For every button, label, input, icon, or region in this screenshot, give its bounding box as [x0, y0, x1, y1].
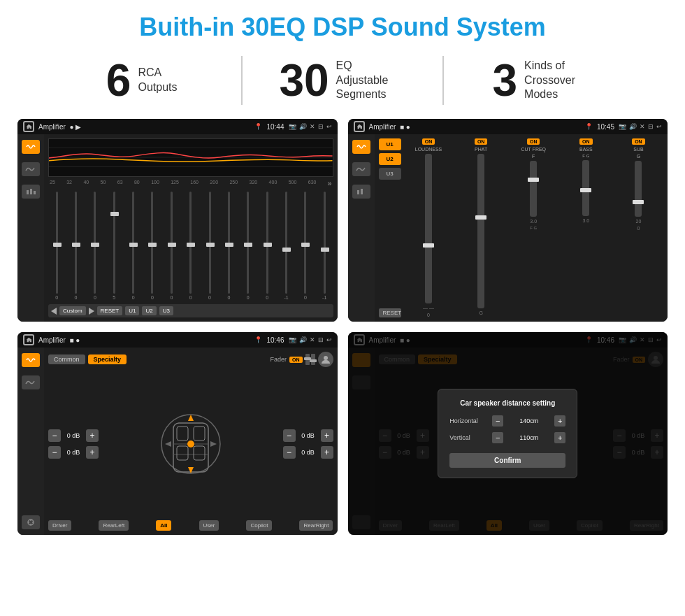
amp2-reset-btn[interactable]: RESET: [379, 308, 401, 317]
stat-item-crossover: 3 Kinds ofCrossover Modes: [444, 58, 643, 103]
amp2-channels: ON LOUDNESS — — 0 ON PHAT: [404, 138, 664, 317]
modal-horizontal-minus[interactable]: −: [492, 415, 503, 427]
amp2-side-icon-3[interactable]: [352, 185, 370, 199]
amp2-phat-slider[interactable]: [477, 154, 484, 308]
home-icon[interactable]: [23, 121, 34, 132]
svg-rect-8: [361, 189, 363, 194]
eq-slider-1[interactable]: 0: [67, 192, 84, 300]
fader-user-btn[interactable]: User: [199, 520, 219, 531]
fader-side-panel: [17, 348, 44, 535]
amp2-u2-preset[interactable]: U2: [379, 153, 401, 165]
fader-status-bar: Amplifier ■ ● 📍 10:46 📷 🔊 ✕ ⊟ ↩: [17, 332, 338, 348]
svg-rect-1: [30, 189, 32, 194]
amp2-loudness-on[interactable]: ON: [422, 138, 435, 145]
amp2-status-bar: Amplifier ■ ● 📍 10:45 📷 🔊 ✕ ⊟ ↩: [348, 119, 668, 134]
fader-home-icon[interactable]: [23, 334, 34, 345]
eq-side-icon-2[interactable]: [22, 162, 40, 176]
eq-nav-bar: Custom RESET U1 U2 U3: [48, 304, 333, 317]
stat-number-rca: 6: [106, 58, 131, 103]
eq-main-area: 25 32 40 50 63 80 100 125 160 200 250 32…: [44, 134, 338, 322]
fader-db-value-3: 0 dB: [298, 432, 318, 439]
fader-plus-2[interactable]: +: [86, 446, 99, 459]
fader-rearleft-btn[interactable]: RearLeft: [99, 520, 129, 531]
fader-minus-2[interactable]: −: [48, 446, 61, 459]
eq-side-icon-1[interactable]: [22, 140, 40, 154]
eq-slider-10[interactable]: 0: [240, 192, 257, 300]
fader-side-icon-1[interactable]: [22, 353, 40, 367]
svg-rect-3: [49, 139, 333, 176]
fader-side-icon-3[interactable]: [22, 515, 40, 529]
eq-slider-6[interactable]: 0: [163, 192, 180, 300]
eq-prev-button[interactable]: [51, 308, 57, 315]
modal-dialog: Car speaker distance setting Horizontal …: [438, 389, 577, 478]
fader-plus-4[interactable]: +: [321, 446, 333, 459]
eq-u2-button[interactable]: U2: [142, 306, 156, 315]
amp2-u1-preset[interactable]: U1: [379, 138, 401, 150]
stat-label-crossover: Kinds ofCrossover Modes: [524, 59, 594, 102]
eq-u1-button[interactable]: U1: [125, 306, 139, 315]
amp2-home-icon[interactable]: [354, 121, 365, 132]
eq-slider-2[interactable]: 0: [87, 192, 103, 300]
fader-rearright-btn[interactable]: RearRight: [299, 520, 333, 531]
stat-number-crossover: 3: [493, 58, 518, 103]
eq-slider-3[interactable]: 5: [106, 192, 122, 300]
eq-custom-button[interactable]: Custom: [59, 306, 86, 315]
eq-slider-7[interactable]: 0: [182, 192, 199, 300]
amp2-side-icon-1[interactable]: [352, 140, 370, 154]
eq-side-panel: [17, 134, 44, 322]
modal-horizontal-plus[interactable]: +: [554, 415, 565, 427]
modal-vertical-plus[interactable]: +: [554, 432, 565, 443]
amp2-side-panel: [348, 134, 375, 322]
modal-screen: Amplifier ■ ● 📍 10:46 📷 🔊 ✕ ⊟ ↩ Common: [348, 332, 668, 535]
fader-all-btn[interactable]: All: [156, 520, 171, 531]
modal-vertical-minus[interactable]: −: [492, 432, 503, 443]
fader-copilot-btn[interactable]: Copilot: [246, 520, 272, 531]
eq-slider-4[interactable]: 0: [124, 192, 141, 300]
modal-vertical-value: 110cm: [507, 434, 550, 441]
fader-minus-4[interactable]: −: [283, 446, 296, 459]
stat-item-eq: 30 EQ AdjustableSegments: [243, 58, 442, 103]
amp2-bass-slider[interactable]: [582, 160, 589, 216]
eq-side-icon-3[interactable]: [22, 185, 40, 199]
eq-u3-button[interactable]: U3: [159, 306, 173, 315]
modal-vertical-label: Vertical: [449, 434, 488, 441]
amp2-loudness-label: LOUDNESS: [415, 147, 442, 152]
svg-marker-27: [210, 441, 217, 447]
amp2-bass-label: BASS: [579, 147, 593, 152]
eq-slider-0[interactable]: 0: [48, 192, 65, 300]
svg-rect-2: [34, 191, 36, 194]
svg-rect-19: [177, 427, 188, 440]
eq-slider-11[interactable]: 0: [259, 192, 275, 300]
modal-title: Car speaker distance setting: [449, 399, 565, 407]
fader-driver-btn[interactable]: Driver: [48, 520, 71, 531]
confirm-button[interactable]: Confirm: [449, 453, 565, 468]
page-title: Buith-in 30EQ DSP Sound System: [0, 0, 685, 49]
eq-slider-9[interactable]: 0: [220, 192, 237, 300]
fader-on-badge[interactable]: ON: [289, 357, 303, 363]
eq-slider-14[interactable]: -1: [316, 192, 333, 300]
fader-plus-1[interactable]: +: [86, 429, 99, 442]
fader-side-icon-2[interactable]: [22, 375, 40, 389]
eq-slider-12[interactable]: -1: [277, 192, 294, 300]
eq-slider-13[interactable]: 0: [297, 192, 314, 300]
fader-minus-3[interactable]: −: [283, 429, 296, 442]
amp2-cutfreq-on[interactable]: ON: [527, 138, 540, 145]
fader-common-tab[interactable]: Common: [48, 354, 85, 364]
fader-specialty-tab[interactable]: Specialty: [88, 354, 127, 364]
amp2-u3-preset[interactable]: U3: [379, 168, 401, 180]
fader-plus-3[interactable]: +: [321, 429, 333, 442]
svg-rect-21: [177, 446, 188, 460]
eq-reset-button[interactable]: RESET: [97, 306, 123, 315]
amp2-sub-slider[interactable]: [635, 161, 642, 217]
eq-content: 25 32 40 50 63 80 100 125 160 200 250 32…: [17, 134, 338, 322]
amp2-phat-on[interactable]: ON: [475, 138, 488, 145]
eq-slider-5[interactable]: 0: [144, 192, 161, 300]
amp2-sub-on[interactable]: ON: [632, 138, 645, 145]
amp2-bass-on[interactable]: ON: [579, 138, 593, 145]
amp2-loudness-slider[interactable]: [425, 154, 432, 303]
amp2-side-icon-2[interactable]: [352, 162, 370, 176]
eq-slider-8[interactable]: 0: [201, 192, 218, 300]
eq-play-button[interactable]: [89, 308, 94, 315]
amp2-cutfreq-slider[interactable]: [530, 161, 537, 217]
fader-minus-1[interactable]: −: [48, 429, 61, 442]
